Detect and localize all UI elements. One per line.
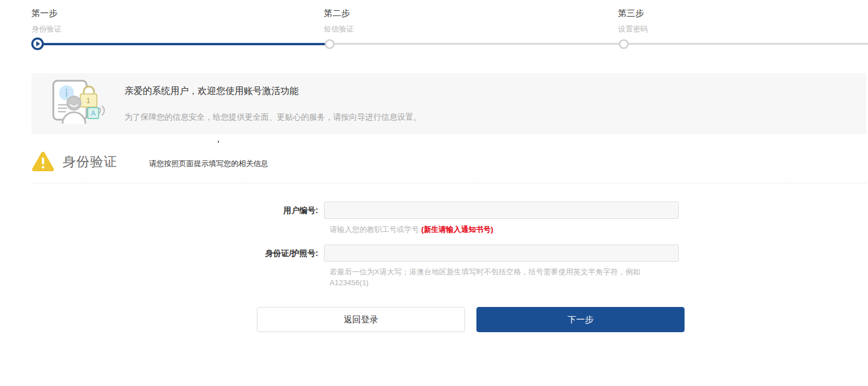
user-id-label: 用户编号: bbox=[0, 202, 324, 219]
id-number-row: 身份证/护照号: bbox=[0, 245, 868, 262]
step-1-subtitle: 身份验证 bbox=[32, 24, 61, 34]
user-id-hint-emphasis: (新生请输入通知书号) bbox=[421, 225, 494, 234]
form-buttons: 返回登录 下一步 bbox=[257, 307, 868, 332]
step-2-node-icon bbox=[324, 39, 335, 52]
step-2: 第二步 短信验证 bbox=[324, 8, 354, 34]
user-id-input[interactable] bbox=[324, 202, 679, 219]
step-1: 第一步 身份验证 bbox=[32, 8, 61, 34]
svg-text:1: 1 bbox=[87, 97, 91, 105]
user-id-hint: 请输入您的教职工号或学号 (新生请输入通知书号) bbox=[330, 224, 868, 235]
welcome-banner: 1 A 亲爱的系统用户，欢迎您使用账号激活功能 为了保障您的信息安全，给您提供更… bbox=[32, 73, 866, 134]
id-card-illustration-icon: 1 A bbox=[48, 78, 107, 129]
user-id-hint-text: 请输入您的教职工号或学号 bbox=[330, 225, 421, 234]
section-title: 身份验证 bbox=[62, 153, 118, 171]
next-step-button[interactable]: 下一步 bbox=[476, 307, 685, 332]
step-1-active-node-icon bbox=[31, 37, 44, 53]
id-number-hint-line1: 若最后一位为X请大写；港澳台地区新生填写时不包括空格，括号需要使用英文半角字符，… bbox=[330, 266, 691, 277]
svg-text:A: A bbox=[91, 109, 95, 117]
section-helper-text: 请您按照页面提示填写您的相关信息 bbox=[149, 159, 268, 169]
step-2-title: 第二步 bbox=[324, 8, 354, 19]
identity-form: 用户编号: 请输入您的教职工号或学号 (新生请输入通知书号) 身份证/护照号: … bbox=[0, 202, 868, 332]
progress-fill bbox=[37, 43, 330, 45]
banner-text: 亲爱的系统用户，欢迎您使用账号激活功能 为了保障您的信息安全，给您提供更全面、更… bbox=[124, 85, 421, 123]
step-3-title: 第三步 bbox=[618, 8, 648, 19]
activation-stepper: 第一步 身份验证 第二步 短信验证 第三步 设置密码 bbox=[0, 0, 868, 57]
id-number-hint: 若最后一位为X请大写；港澳台地区新生填写时不包括空格，括号需要使用英文半角字符，… bbox=[330, 266, 691, 288]
step-3-subtitle: 设置密码 bbox=[618, 24, 648, 34]
step-3: 第三步 设置密码 bbox=[618, 8, 648, 34]
id-number-input[interactable] bbox=[324, 245, 679, 262]
warning-triangle-icon bbox=[32, 151, 54, 172]
user-id-row: 用户编号: bbox=[0, 202, 868, 219]
step-2-subtitle: 短信验证 bbox=[324, 24, 354, 34]
step-1-title: 第一步 bbox=[32, 8, 61, 19]
step-3-node-icon bbox=[619, 39, 629, 52]
banner-subtitle: 为了保障您的信息安全，给您提供更全面、更贴心的服务，请按向导进行信息设置。 bbox=[124, 112, 421, 123]
id-number-hint-line2: A123456(1) bbox=[330, 277, 691, 288]
identity-section-header: 身份验证 请您按照页面提示填写您的相关信息 bbox=[32, 140, 866, 183]
back-to-login-button[interactable]: 返回登录 bbox=[257, 307, 465, 332]
id-number-label: 身份证/护照号: bbox=[0, 245, 324, 262]
banner-title: 亲爱的系统用户，欢迎您使用账号激活功能 bbox=[124, 85, 421, 97]
